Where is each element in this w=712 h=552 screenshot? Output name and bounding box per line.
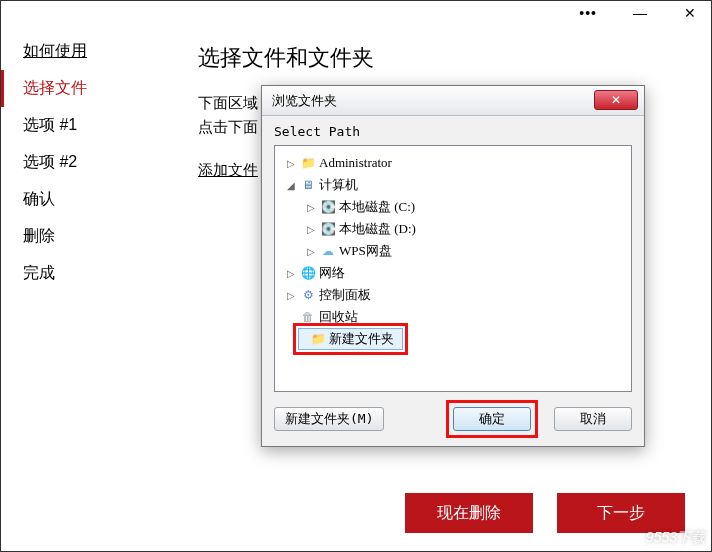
dialog-body: Select Path ▷ 📁 Administrator ◢ 🖥 计算机 ▷ …: [262, 116, 644, 446]
sidebar-item-select-files[interactable]: 选择文件: [1, 70, 186, 107]
sidebar-item-how-to[interactable]: 如何使用: [1, 33, 186, 70]
tree-row-pc[interactable]: ◢ 🖥 计算机: [279, 174, 627, 196]
drive-icon: 💽: [319, 199, 337, 215]
sidebar-item-done[interactable]: 完成: [1, 255, 186, 292]
close-icon: ✕: [611, 93, 621, 107]
tree-row-net[interactable]: ▷ 🌐 网络: [279, 262, 627, 284]
new-folder-button[interactable]: 新建文件夹(M): [274, 407, 384, 431]
drive-icon: 💽: [319, 221, 337, 237]
expand-icon[interactable]: ▷: [285, 290, 297, 301]
tree-row-newfolder[interactable]: 📁 新建文件夹: [279, 328, 627, 350]
highlight-box: 确定: [446, 400, 538, 438]
tree-label: 网络: [319, 264, 345, 282]
computer-icon: 🖥: [299, 177, 317, 193]
dialog-titlebar: 浏览文件夹 ✕: [262, 86, 644, 116]
titlebar: ••• — ✕: [1, 1, 711, 25]
tree-label: Administrator: [319, 155, 392, 171]
desc-prefix: 下面区域: [198, 94, 258, 111]
expand-icon[interactable]: ▷: [305, 202, 317, 213]
close-button[interactable]: ✕: [675, 5, 705, 21]
ok-button[interactable]: 确定: [453, 407, 531, 431]
control-panel-icon: ⚙: [299, 287, 317, 303]
cloud-icon: ☁: [319, 243, 337, 259]
folder-icon: 📁: [299, 155, 317, 171]
browse-folder-dialog: 浏览文件夹 ✕ Select Path ▷ 📁 Administrator ◢ …: [261, 85, 645, 447]
sidebar-item-confirm[interactable]: 确认: [1, 181, 186, 218]
sidebar-item-option1[interactable]: 选项 #1: [1, 107, 186, 144]
dialog-title: 浏览文件夹: [272, 92, 337, 110]
next-button[interactable]: 下一步: [557, 493, 685, 533]
tree-label: 本地磁盘 (D:): [339, 220, 416, 238]
tree-row-admin[interactable]: ▷ 📁 Administrator: [279, 152, 627, 174]
expand-icon[interactable]: ▷: [305, 246, 317, 257]
sidebar-item-option2[interactable]: 选项 #2: [1, 144, 186, 181]
network-icon: 🌐: [299, 265, 317, 281]
tree-row-d[interactable]: ▷ 💽 本地磁盘 (D:): [279, 218, 627, 240]
tree-label: 本地磁盘 (C:): [339, 198, 415, 216]
expand-icon[interactable]: ▷: [285, 268, 297, 279]
more-icon[interactable]: •••: [579, 5, 597, 21]
tree-row-ctrl[interactable]: ▷ ⚙ 控制面板: [279, 284, 627, 306]
dialog-footer: 新建文件夹(M) 确定 取消: [274, 392, 632, 440]
tree-label: 新建文件夹: [329, 330, 394, 348]
tree-label: 计算机: [319, 176, 358, 194]
delete-now-button[interactable]: 现在删除: [405, 493, 533, 533]
sidebar: 如何使用 选择文件 选项 #1 选项 #2 确认 删除 完成: [1, 25, 186, 551]
expand-icon[interactable]: ▷: [285, 158, 297, 169]
watermark: 9553下载: [646, 529, 705, 547]
desc-line2: 点击下面: [198, 118, 258, 135]
highlight-box: 📁 新建文件夹: [293, 323, 408, 355]
tree-label: 控制面板: [319, 286, 371, 304]
tree-label: WPS网盘: [339, 242, 392, 260]
folder-icon: 📁: [309, 331, 327, 347]
collapse-icon[interactable]: ◢: [285, 180, 297, 191]
folder-tree[interactable]: ▷ 📁 Administrator ◢ 🖥 计算机 ▷ 💽 本地磁盘 (C:) …: [274, 145, 632, 392]
cancel-button[interactable]: 取消: [554, 407, 632, 431]
minimize-button[interactable]: —: [625, 5, 655, 21]
tree-row-wps[interactable]: ▷ ☁ WPS网盘: [279, 240, 627, 262]
page-title: 选择文件和文件夹: [198, 43, 685, 73]
sidebar-item-delete[interactable]: 删除: [1, 218, 186, 255]
select-path-label: Select Path: [274, 124, 632, 139]
footer-bar: 现在删除 下一步: [405, 493, 685, 533]
tree-row-c[interactable]: ▷ 💽 本地磁盘 (C:): [279, 196, 627, 218]
app-window: ••• — ✕ 如何使用 选择文件 选项 #1 选项 #2 确认 删除 完成 选…: [0, 0, 712, 552]
expand-icon[interactable]: ▷: [305, 224, 317, 235]
dialog-close-button[interactable]: ✕: [594, 90, 638, 110]
